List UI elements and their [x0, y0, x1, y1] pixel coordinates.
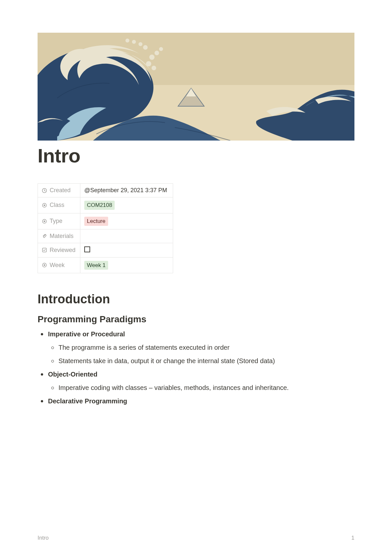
svg-point-10 — [125, 39, 129, 42]
clock-icon — [42, 188, 47, 193]
footer-page-number: 1 — [351, 535, 354, 541]
list-item-title: Imperative or Procedural — [48, 330, 125, 338]
property-tag: Lecture — [84, 217, 108, 226]
property-label: Class — [50, 202, 64, 209]
list-item: Object-OrientedImperative coding with cl… — [38, 369, 354, 393]
svg-point-5 — [146, 61, 151, 66]
property-value-cell: @September 29, 2021 3:37 PM — [80, 184, 173, 197]
list-item: Imperative or ProceduralThe programme is… — [38, 329, 354, 366]
property-row: Materials — [38, 229, 173, 243]
property-row: ClassCOM2108 — [38, 197, 173, 213]
svg-point-7 — [143, 45, 148, 50]
property-tag: COM2108 — [84, 201, 115, 210]
property-value-cell: COM2108 — [80, 197, 173, 213]
list-item-title: Declarative Programming — [48, 397, 127, 405]
property-value: @September 29, 2021 3:37 PM — [84, 187, 167, 193]
property-label-cell: Type — [38, 213, 80, 229]
svg-point-2 — [149, 55, 155, 60]
sub-list: The programme is a series of statements … — [48, 343, 354, 366]
property-tag: Week 1 — [84, 261, 108, 270]
checkbox-icon — [42, 247, 47, 253]
sub-list-item: Imperative coding with classes – variabl… — [48, 383, 354, 393]
property-row: TypeLecture — [38, 213, 173, 229]
heading-introduction: Introduction — [38, 292, 354, 306]
target-icon — [42, 262, 47, 268]
svg-point-6 — [152, 66, 156, 70]
property-label-cell: Created — [38, 184, 80, 197]
property-label: Materials — [50, 233, 74, 240]
property-label-cell: Class — [38, 197, 80, 213]
property-row: Reviewed — [38, 243, 173, 257]
target-icon — [42, 203, 47, 208]
property-label-cell: Reviewed — [38, 243, 80, 257]
svg-point-8 — [139, 42, 142, 46]
sub-list-item: Statements take in data, output it or ch… — [48, 356, 354, 366]
property-label: Reviewed — [50, 247, 75, 254]
property-row: WeekWeek 1 — [38, 257, 173, 273]
sub-list: Imperative coding with classes – variabl… — [48, 383, 354, 393]
property-row: Created@September 29, 2021 3:37 PM — [38, 184, 173, 197]
property-label: Type — [50, 218, 62, 225]
property-value-cell: Lecture — [80, 213, 173, 229]
footer-title: Intro — [38, 535, 49, 541]
page-footer: Intro 1 — [38, 535, 354, 541]
heading-programming-paradigms: Programming Paradigms — [38, 314, 354, 325]
list-item-title: Object-Oriented — [48, 371, 97, 378]
cover-image — [38, 33, 354, 141]
svg-point-4 — [159, 47, 163, 51]
properties-table: Created@September 29, 2021 3:37 PMClassC… — [38, 183, 173, 273]
target-icon — [42, 219, 47, 224]
document-page: Intro Created@September 29, 2021 3:37 PM… — [0, 0, 392, 406]
svg-point-3 — [155, 51, 159, 55]
property-label-cell: Week — [38, 257, 80, 273]
property-label-cell: Materials — [38, 229, 80, 243]
bullet-list: Imperative or ProceduralThe programme is… — [38, 329, 354, 406]
paperclip-icon — [42, 233, 47, 239]
property-label: Created — [50, 187, 71, 194]
property-label: Week — [50, 262, 65, 269]
property-value-cell — [80, 243, 173, 257]
page-title: Intro — [38, 144, 354, 167]
property-value-cell — [80, 229, 173, 243]
cover-svg — [38, 33, 354, 141]
reviewed-checkbox[interactable] — [84, 246, 90, 252]
property-value-cell: Week 1 — [80, 257, 173, 273]
svg-point-9 — [132, 40, 136, 44]
sub-list-item: The programme is a series of statements … — [48, 343, 354, 353]
list-item: Declarative Programming — [38, 396, 354, 406]
